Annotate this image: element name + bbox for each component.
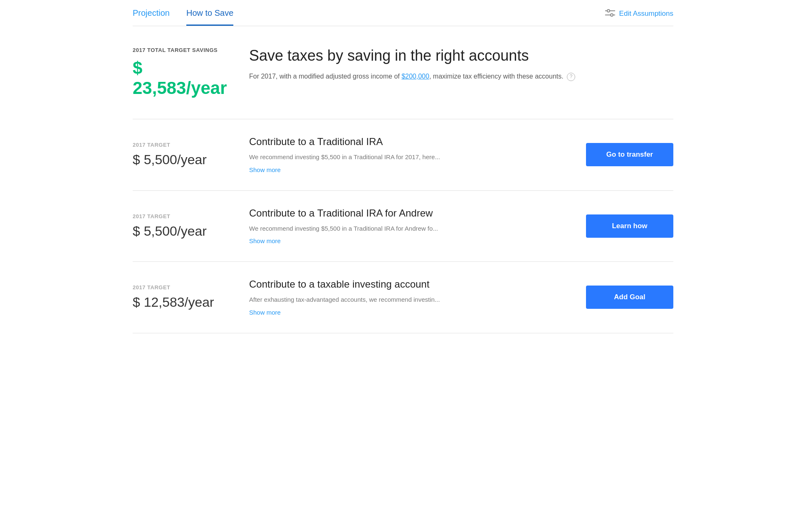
rec-action-1: Learn how (582, 214, 673, 238)
tab-header: Projection How to Save Edit Assumptions (133, 0, 673, 26)
rec-action-0: Go to transfer (582, 143, 673, 166)
recommendation-row-1: 2017 TARGET $ 5,500/year Contribute to a… (133, 191, 673, 262)
rec-left-0: 2017 TARGET $ 5,500/year (133, 142, 224, 167)
hero-description-suffix: , maximize tax efficiency with these acc… (429, 73, 564, 80)
hero-description: For 2017, with a modified adjusted gross… (249, 71, 673, 82)
rec-amount-2: $ 12,583/year (133, 295, 224, 310)
rec-description-0: We recommend investing $5,500 in a Tradi… (249, 153, 557, 162)
hero-left: 2017 TOTAL TARGET SAVINGS $ 23,583/year (133, 47, 224, 98)
income-link[interactable]: $200,000 (401, 73, 429, 80)
show-more-1[interactable]: Show more (249, 237, 281, 244)
info-icon[interactable]: ? (567, 73, 575, 81)
recommendations-container: 2017 TARGET $ 5,500/year Contribute to a… (133, 119, 673, 333)
rec-label-0: 2017 TARGET (133, 142, 224, 148)
hero-amount: $ 23,583/year (133, 58, 224, 98)
hero-section: 2017 TOTAL TARGET SAVINGS $ 23,583/year … (133, 26, 673, 119)
hero-label: 2017 TOTAL TARGET SAVINGS (133, 47, 224, 53)
sliders-icon (605, 9, 615, 19)
show-more-2[interactable]: Show more (249, 309, 281, 316)
svg-point-3 (611, 14, 613, 16)
rec-amount-1: $ 5,500/year (133, 224, 224, 239)
action-button-0[interactable]: Go to transfer (586, 143, 673, 166)
tab-how-to-save[interactable]: How to Save (186, 8, 233, 26)
rec-title-2: Contribute to a taxable investing accoun… (249, 278, 557, 290)
svg-point-1 (607, 10, 610, 12)
rec-title-1: Contribute to a Traditional IRA for Andr… (249, 207, 557, 219)
hero-right: Save taxes by saving in the right accoun… (249, 47, 673, 98)
rec-content-2: Contribute to a taxable investing accoun… (249, 278, 557, 316)
rec-label-1: 2017 TARGET (133, 213, 224, 219)
rec-content-1: Contribute to a Traditional IRA for Andr… (249, 207, 557, 245)
tab-projection[interactable]: Projection (133, 8, 170, 26)
rec-action-2: Add Goal (582, 286, 673, 309)
edit-assumptions-button[interactable]: Edit Assumptions (605, 9, 673, 19)
hero-description-prefix: For 2017, with a modified adjusted gross… (249, 73, 401, 80)
recommendation-row-2: 2017 TARGET $ 12,583/year Contribute to … (133, 262, 673, 333)
rec-description-1: We recommend investing $5,500 in a Tradi… (249, 224, 557, 234)
rec-label-2: 2017 TARGET (133, 284, 224, 291)
action-button-2[interactable]: Add Goal (586, 286, 673, 309)
rec-amount-0: $ 5,500/year (133, 152, 224, 167)
rec-description-2: After exhausting tax-advantaged accounts… (249, 295, 557, 305)
edit-assumptions-label: Edit Assumptions (619, 10, 673, 18)
action-button-1[interactable]: Learn how (586, 214, 673, 238)
hero-title: Save taxes by saving in the right accoun… (249, 47, 673, 64)
rec-left-2: 2017 TARGET $ 12,583/year (133, 284, 224, 310)
tabs: Projection How to Save (133, 8, 233, 26)
rec-content-0: Contribute to a Traditional IRA We recom… (249, 136, 557, 174)
rec-left-1: 2017 TARGET $ 5,500/year (133, 213, 224, 239)
recommendation-row-0: 2017 TARGET $ 5,500/year Contribute to a… (133, 119, 673, 191)
show-more-0[interactable]: Show more (249, 166, 281, 173)
rec-title-0: Contribute to a Traditional IRA (249, 136, 557, 148)
